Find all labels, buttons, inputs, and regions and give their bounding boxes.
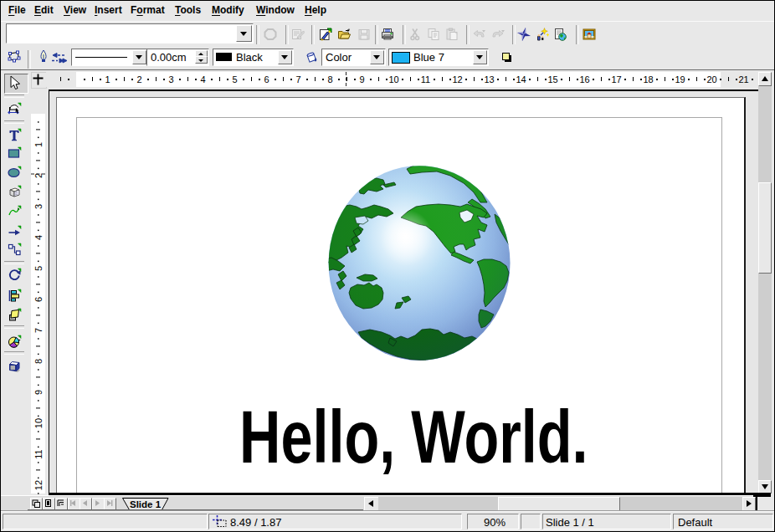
svg-text:12: 12 xyxy=(33,480,44,490)
svg-text:1: 1 xyxy=(33,142,44,147)
svg-text:8: 8 xyxy=(33,359,44,364)
svg-text:5: 5 xyxy=(33,266,44,271)
svg-text:7: 7 xyxy=(33,328,44,333)
svg-text:4: 4 xyxy=(33,235,44,240)
svg-text:9: 9 xyxy=(33,390,44,395)
svg-text:3: 3 xyxy=(33,204,44,209)
svg-text:11: 11 xyxy=(33,449,44,458)
svg-text:10: 10 xyxy=(33,418,44,428)
svg-text:6: 6 xyxy=(33,297,44,302)
